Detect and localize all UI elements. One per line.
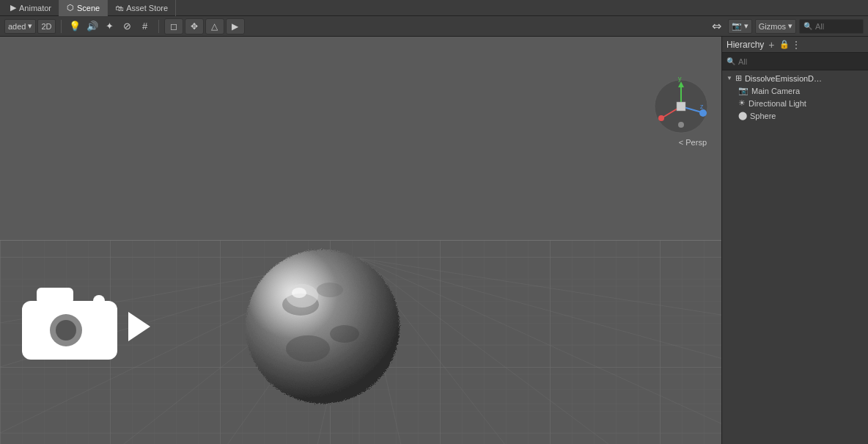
svg-point-30 <box>93 295 105 307</box>
hierarchy-item-main-camera[interactable]: 📷 Main Camera <box>722 84 868 97</box>
hierarchy-more-icon[interactable]: ⋮ <box>791 39 801 51</box>
render-mode-label: aded <box>8 22 26 31</box>
hidden-icon: ⊘ <box>123 21 131 32</box>
main-toolbar: aded ▾ 2D 💡 🔊 ✦ ⊘ # ◻ ✥ △ ▶ ⇔ 📷 <box>0 16 868 37</box>
tab-animator-label: Animator <box>19 4 51 12</box>
main-camera-label: Main Camera <box>751 87 800 95</box>
scene-search-bar[interactable]: 🔍 <box>799 19 864 34</box>
persp-label: < Persp <box>679 138 707 147</box>
svg-point-37 <box>317 283 343 297</box>
hierarchy-title: Hierarchy <box>727 40 764 50</box>
fx-toggle-btn[interactable]: ✦ <box>102 19 118 34</box>
play-mode-btn[interactable]: ▶ <box>226 18 245 34</box>
svg-rect-1 <box>0 37 721 241</box>
toolbar-sep-2 <box>158 20 159 33</box>
box-mode-btn[interactable]: ◻ <box>164 18 183 34</box>
camera-item-icon: 📷 <box>738 86 749 95</box>
hierarchy-scene-name: DissolveEmissionD… <box>745 74 822 83</box>
toolbar-left-group: aded ▾ 2D <box>4 19 56 34</box>
hierarchy-lock-icon: 🔒 <box>779 40 790 49</box>
fx-icon: ✦ <box>106 21 114 32</box>
hierarchy-header: Hierarchy + 🔒 ⋮ <box>722 37 868 53</box>
main-area: y z < Persp Hierarchy + 🔒 ⋮ <box>0 37 868 444</box>
svg-point-39 <box>292 288 306 298</box>
animator-icon: ▶ <box>10 3 16 12</box>
scene-mode-group: ◻ ✥ △ ▶ <box>164 18 245 34</box>
svg-point-33 <box>246 250 400 404</box>
scene-expand-triangle: ▼ <box>727 75 732 81</box>
hierarchy-search-icon: 🔍 <box>727 57 735 65</box>
sphere-label: Sphere <box>750 112 776 120</box>
hierarchy-item-directional-light[interactable]: ☀ Directional Light <box>722 97 868 109</box>
svg-point-47 <box>699 109 707 117</box>
render-mode-dropdown[interactable]: aded ▾ <box>4 19 36 34</box>
rotate-mode-btn[interactable]: △ <box>205 18 224 34</box>
tab-animator[interactable]: ▶ Animator <box>3 0 59 16</box>
camera-view-dropdown[interactable]: 📷 ▾ <box>728 19 752 34</box>
light-icon: 💡 <box>69 21 81 32</box>
light-item-icon: ☀ <box>738 98 746 108</box>
grid-icon: # <box>142 21 147 32</box>
tab-scene[interactable]: ⬡ Scene <box>59 0 108 16</box>
hierarchy-search-bar[interactable]: 🔍 <box>722 53 868 70</box>
svg-rect-49 <box>677 102 685 111</box>
grid-toggle-btn[interactable]: # <box>137 19 153 34</box>
2d-label: 2D <box>41 22 51 31</box>
hidden-toggle-btn[interactable]: ⊘ <box>119 19 136 34</box>
2d-dropdown[interactable]: 2D <box>37 19 55 34</box>
tab-asset-store-label: Asset Store <box>126 4 168 12</box>
gizmos-dropdown[interactable]: Gizmos ▾ <box>755 19 796 34</box>
camera-view-icon: 📷 <box>732 21 742 31</box>
svg-point-27 <box>56 320 76 341</box>
svg-point-45 <box>658 115 664 121</box>
toolbar-icon-group: 💡 🔊 ✦ ⊘ # <box>67 19 153 34</box>
scene-gizmo[interactable]: y z <box>652 77 710 136</box>
asset-store-icon: 🛍 <box>115 4 123 12</box>
svg-text:y: y <box>678 77 682 82</box>
tab-scene-label: Scene <box>77 4 100 12</box>
sphere-object <box>235 239 411 417</box>
audio-toggle-btn[interactable]: 🔊 <box>84 19 100 34</box>
search-icon: 🔍 <box>803 22 812 30</box>
render-mode-chevron: ▾ <box>28 21 32 31</box>
svg-rect-28 <box>37 288 73 304</box>
gizmos-chevron: ▾ <box>788 21 792 31</box>
sphere-item-icon: ⬤ <box>738 111 747 120</box>
hierarchy-header-controls: 🔒 ⋮ <box>779 39 801 51</box>
scene-toggle-btn[interactable]: ⇔ <box>709 19 725 34</box>
hierarchy-scene-root[interactable]: ▼ ⊞ DissolveEmissionD… <box>722 72 868 84</box>
gizmos-label: Gizmos <box>759 22 786 31</box>
svg-point-36 <box>286 335 330 362</box>
svg-point-50 <box>678 122 684 128</box>
scene-search-input[interactable] <box>815 22 859 31</box>
hierarchy-add-btn[interactable]: + <box>767 39 776 51</box>
move-mode-btn[interactable]: ✥ <box>185 18 204 34</box>
scene-view[interactable]: y z < Persp <box>0 37 721 444</box>
scene-root-icon: ⊞ <box>735 73 742 83</box>
hierarchy-content: ▼ ⊞ DissolveEmissionD… 📷 Main Camera ☀ D… <box>722 70 868 444</box>
scene-tab-icon: ⬡ <box>67 3 74 12</box>
hierarchy-panel: Hierarchy + 🔒 ⋮ 🔍 ▼ ⊞ DissolveEmissionD…… <box>721 37 868 444</box>
top-tab-bar: ▶ Animator ⬡ Scene 🛍 Asset Store <box>0 0 868 16</box>
audio-icon: 🔊 <box>87 21 98 32</box>
hierarchy-item-sphere[interactable]: ⬤ Sphere <box>722 109 868 122</box>
camera-object-icon <box>15 272 154 384</box>
light-toggle-btn[interactable]: 💡 <box>67 19 83 34</box>
svg-point-35 <box>330 325 359 343</box>
svg-marker-29 <box>128 312 150 341</box>
camera-view-chevron: ▾ <box>744 21 749 31</box>
directional-light-label: Directional Light <box>749 99 806 108</box>
hierarchy-search-input[interactable] <box>738 57 864 66</box>
svg-text:z: z <box>700 103 704 110</box>
tab-asset-store[interactable]: 🛍 Asset Store <box>108 0 176 16</box>
toolbar-sep-1 <box>61 20 62 33</box>
